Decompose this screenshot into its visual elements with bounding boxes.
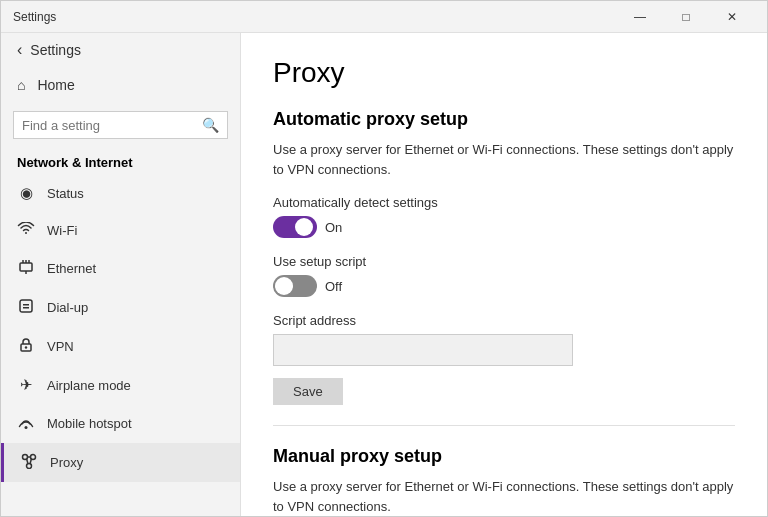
close-button[interactable]: ✕ <box>709 1 755 33</box>
svg-line-15 <box>27 459 29 465</box>
script-toggle-text: Off <box>325 279 342 294</box>
minimize-button[interactable]: — <box>617 1 663 33</box>
sidebar-item-hotspot[interactable]: Mobile hotspot <box>1 404 240 443</box>
sidebar-item-home[interactable]: ⌂ Home <box>1 67 240 103</box>
sidebar-item-label: Wi-Fi <box>47 223 77 238</box>
script-label: Use setup script <box>273 254 735 269</box>
svg-point-13 <box>27 464 32 469</box>
detect-settings-row: Automatically detect settings On <box>273 195 735 238</box>
titlebar-controls: — □ ✕ <box>617 1 755 33</box>
svg-point-9 <box>25 346 27 348</box>
search-input[interactable] <box>22 118 196 133</box>
sidebar-item-label: Ethernet <box>47 261 96 276</box>
titlebar-title: Settings <box>13 10 617 24</box>
search-icon: 🔍 <box>202 117 219 133</box>
script-toggle-knob <box>275 277 293 295</box>
sidebar-item-proxy[interactable]: Proxy <box>1 443 240 482</box>
wifi-icon <box>17 222 35 239</box>
vpn-icon <box>17 337 35 356</box>
sidebar-item-wifi[interactable]: Wi-Fi <box>1 212 240 249</box>
sidebar-item-ethernet[interactable]: Ethernet <box>1 249 240 288</box>
script-toggle[interactable] <box>273 275 317 297</box>
svg-line-16 <box>30 459 32 465</box>
sidebar-item-label: Proxy <box>50 455 83 470</box>
sidebar-back-button[interactable]: ‹ Settings <box>1 33 240 67</box>
page-title: Proxy <box>273 57 735 89</box>
proxy-icon <box>20 453 38 472</box>
hotspot-icon <box>17 414 35 433</box>
sidebar-item-dialup[interactable]: Dial-up <box>1 288 240 327</box>
script-toggle-wrapper: Off <box>273 275 735 297</box>
script-address-label: Script address <box>273 313 735 328</box>
maximize-button[interactable]: □ <box>663 1 709 33</box>
home-icon: ⌂ <box>17 77 25 93</box>
save-button[interactable]: Save <box>273 378 343 405</box>
sidebar-item-airplane[interactable]: ✈ Airplane mode <box>1 366 240 404</box>
sidebar-section-title: Network & Internet <box>1 147 240 174</box>
search-box[interactable]: 🔍 <box>13 111 228 139</box>
svg-rect-7 <box>23 307 29 309</box>
titlebar: Settings — □ ✕ <box>1 1 767 33</box>
sidebar-item-label: Airplane mode <box>47 378 131 393</box>
sidebar-item-label: Status <box>47 186 84 201</box>
script-address-input[interactable] <box>273 334 573 366</box>
back-label: Settings <box>30 42 81 58</box>
sidebar-item-label: Dial-up <box>47 300 88 315</box>
svg-rect-0 <box>20 263 32 271</box>
detect-toggle-knob <box>295 218 313 236</box>
sidebar-item-vpn[interactable]: VPN <box>1 327 240 366</box>
detect-toggle-wrapper: On <box>273 216 735 238</box>
svg-rect-6 <box>23 304 29 306</box>
detect-toggle[interactable] <box>273 216 317 238</box>
home-label: Home <box>37 77 74 93</box>
detect-toggle-text: On <box>325 220 342 235</box>
back-arrow-icon: ‹ <box>17 41 22 59</box>
dialup-icon <box>17 298 35 317</box>
ethernet-icon <box>17 259 35 278</box>
script-address-row: Script address Save <box>273 313 735 405</box>
svg-rect-5 <box>20 300 32 312</box>
main-content: Proxy Automatic proxy setup Use a proxy … <box>241 33 767 516</box>
svg-point-10 <box>25 426 28 429</box>
sidebar-item-status[interactable]: ◉ Status <box>1 174 240 212</box>
manual-section-desc: Use a proxy server for Ethernet or Wi-Fi… <box>273 477 735 516</box>
setup-script-row: Use setup script Off <box>273 254 735 297</box>
sidebar-item-label: Mobile hotspot <box>47 416 132 431</box>
sidebar-item-label: VPN <box>47 339 74 354</box>
airplane-icon: ✈ <box>17 376 35 394</box>
status-icon: ◉ <box>17 184 35 202</box>
sidebar: ‹ Settings ⌂ Home 🔍 Network & Internet ◉… <box>1 33 241 516</box>
section-divider <box>273 425 735 426</box>
automatic-section-title: Automatic proxy setup <box>273 109 735 130</box>
manual-section-title: Manual proxy setup <box>273 446 735 467</box>
automatic-section-desc: Use a proxy server for Ethernet or Wi-Fi… <box>273 140 735 179</box>
detect-label: Automatically detect settings <box>273 195 735 210</box>
